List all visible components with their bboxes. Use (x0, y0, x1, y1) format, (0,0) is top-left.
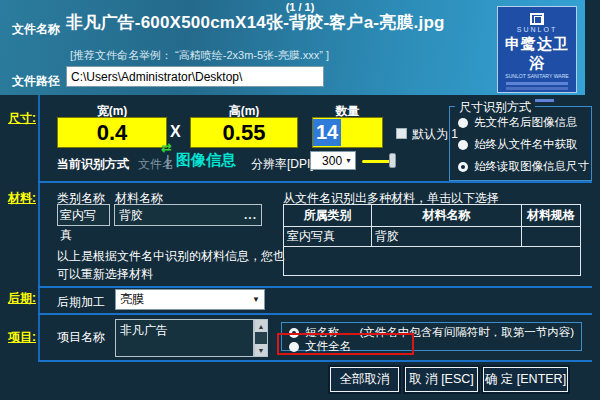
textarea-scrollbar[interactable]: ▲ ▼ (254, 319, 268, 357)
ok-button[interactable]: 确 定 [ENTER] (483, 367, 568, 392)
section-divider (38, 360, 592, 362)
current-method-label: 当前识别方式 (57, 156, 129, 173)
col-header-material: 材料名称 (372, 205, 522, 227)
logo-contact-line (506, 87, 568, 90)
material-value: 背胶 (119, 205, 143, 225)
col-header-spec: 材料规格 (522, 205, 580, 227)
material-input[interactable]: 背胶 ... (114, 204, 262, 226)
logo-contact-line (506, 82, 568, 85)
section-divider (38, 181, 592, 183)
size-section-label: 尺寸: (8, 110, 36, 127)
chevron-down-icon: ▼ (345, 157, 352, 164)
dpi-select[interactable]: 300 ▼ (310, 151, 356, 170)
times-separator: X (170, 123, 181, 141)
cell-category: 室内写真 (284, 227, 372, 247)
logo-brand: SUNLOT (498, 26, 576, 33)
cell-material: 背胶 (372, 227, 522, 247)
table-row[interactable]: 室内写真 背胶 (284, 227, 580, 247)
naming-hint: [推荐文件命名举例： “高精喷绘-2x3m-5张-亮膜.xxx” ] (70, 48, 329, 63)
cancel-button[interactable]: 取 消 [ESC] (405, 367, 478, 392)
full-name-highlight-box (277, 333, 414, 355)
material-table-header: 所属类别 材料名称 材料规格 (284, 205, 580, 227)
post-process-label: 后期加工 (57, 294, 105, 311)
section-divider (38, 286, 592, 288)
post-section-label: 后期: (8, 290, 36, 307)
method-image-option[interactable]: 图像信息 (176, 151, 236, 170)
material-note-line1: 以上是根据文件名中识别的材料信息，您也 (57, 248, 287, 265)
radio-icon-selected[interactable] (458, 162, 468, 172)
project-name-textarea[interactable]: 非凡广告 (115, 319, 254, 357)
post-process-value: 亮膜 (120, 291, 144, 308)
size-recognition-title: 尺寸识别方式 (455, 99, 535, 116)
default-one-checkbox[interactable] (396, 128, 407, 139)
file-path-input[interactable]: C:\Users\Administrator\Desktop\ (66, 66, 324, 87)
radio-icon[interactable] (458, 140, 468, 150)
logo-name: 申鹭达卫浴 (498, 35, 576, 73)
section-divider (38, 313, 592, 315)
file-path-label: 文件路径 (12, 73, 60, 90)
size-recognition-group: 尺寸识别方式 先文件名后图像信息 始终从文件名中获取 始终读取图像信息尺寸 (449, 106, 592, 181)
dpi-slider-thumb[interactable] (389, 153, 396, 168)
material-table: 所属类别 材料名称 材料规格 室内写真 背胶 (283, 204, 581, 276)
dpi-value: 300 (322, 154, 342, 168)
logo-mark-icon (530, 13, 544, 25)
radio-option-always-filename[interactable]: 始终从文件名中获取 (458, 138, 578, 151)
material-note-line2: 可以重新选择材料 (57, 266, 287, 283)
quantity-selected-text: 14 (313, 119, 341, 146)
quantity-input[interactable]: 14 (312, 117, 383, 148)
chevron-down-icon: ▼ (252, 295, 260, 304)
dpi-label: 分辨率[DPI] (251, 156, 314, 173)
category-input[interactable]: 室内写真 (57, 204, 110, 226)
method-divider: | (166, 153, 170, 169)
file-name-label: 文件名称 (12, 21, 60, 38)
file-name-value: 非凡广告-600X500cmX14张-背胶-客户a-亮膜.jpg (66, 11, 445, 34)
col-header-category: 所属类别 (284, 205, 372, 227)
radio-option-always-image-size[interactable]: 始终读取图像信息尺寸 (458, 160, 589, 173)
logo-subtitle: SUNLOT SANITARY WARE (504, 73, 570, 78)
scroll-up-icon[interactable]: ▲ (255, 320, 267, 332)
radio-option-filename-first[interactable]: 先文件名后图像信息 (458, 116, 578, 129)
label-column-divider (38, 95, 40, 362)
radio-icon[interactable] (458, 118, 468, 128)
material-section-label: 材料: (8, 190, 36, 207)
cell-spec (522, 227, 580, 247)
height-input[interactable]: 0.55 (190, 117, 298, 148)
cancel-all-button[interactable]: 全部取消 (330, 367, 399, 392)
scroll-down-icon[interactable]: ▼ (255, 344, 267, 356)
project-section-label: 项目: (8, 329, 36, 346)
width-input[interactable]: 0.4 (57, 117, 167, 148)
brand-logo: SUNLOT 申鹭达卫浴 SUNLOT SANITARY WARE (497, 6, 577, 93)
title-bar: (1 / 1) 文件名称 非凡广告-600X500cmX14张-背胶-客户a-亮… (0, 0, 585, 95)
project-name-label: 项目名称 (57, 329, 105, 346)
post-process-select[interactable]: 亮膜 ▼ (115, 289, 265, 310)
browse-icon[interactable]: ... (244, 205, 257, 225)
